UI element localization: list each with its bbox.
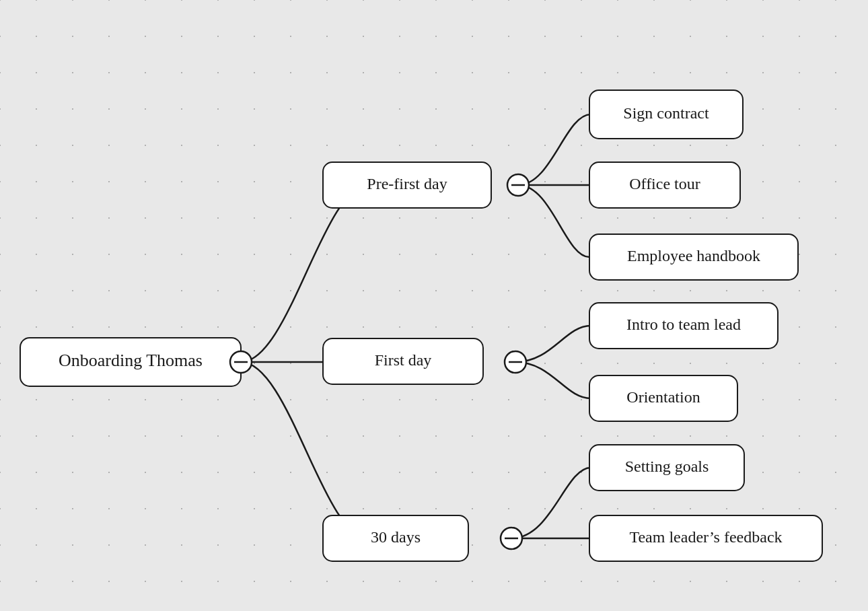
connector-root-prefirstday bbox=[241, 185, 369, 362]
connector-firstday-introteamlead bbox=[515, 326, 591, 362]
pre-first-day-node-label: Pre-first day bbox=[367, 175, 447, 192]
connector-thirtydays-settinggoals bbox=[511, 468, 591, 538]
connector-firstday-orientation bbox=[515, 362, 591, 398]
orientation-node-label: Orientation bbox=[626, 388, 700, 406]
connector-prefirstday-signcontract bbox=[518, 114, 591, 185]
employee-handbook-node-label: Employee handbook bbox=[627, 247, 760, 264]
root-node-label: Onboarding Thomas bbox=[59, 351, 203, 370]
office-tour-node-label: Office tour bbox=[629, 175, 700, 192]
intro-team-lead-node-label: Intro to team lead bbox=[626, 316, 741, 333]
sign-contract-node-label: Sign contract bbox=[623, 104, 709, 122]
setting-goals-node-label: Setting goals bbox=[625, 458, 709, 475]
team-leader-feedback-node-label: Team leader’s feedback bbox=[629, 528, 782, 546]
mindmap-container: Onboarding Thomas Pre-first day First da… bbox=[0, 0, 868, 611]
connector-prefirstday-employeehandbook bbox=[518, 185, 589, 257]
thirty-days-node-label: 30 days bbox=[371, 528, 421, 546]
first-day-node-label: First day bbox=[375, 351, 432, 369]
connector-root-thirtydays bbox=[241, 362, 369, 538]
